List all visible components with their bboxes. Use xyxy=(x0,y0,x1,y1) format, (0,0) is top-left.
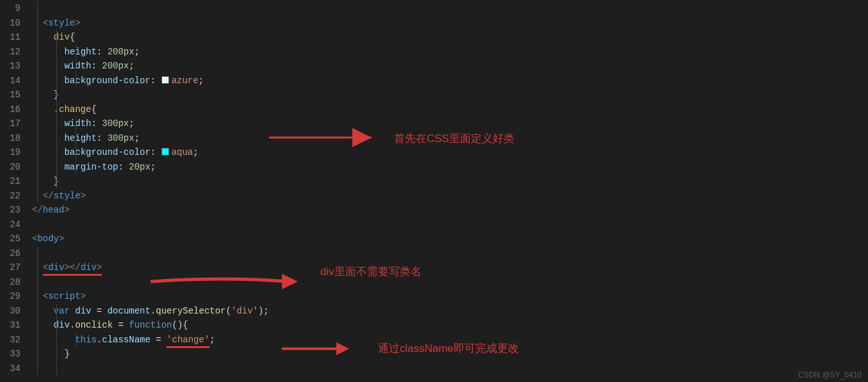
line-number: 19 xyxy=(0,145,20,160)
line-number: 30 xyxy=(0,304,20,319)
code-line: background-color: azure; xyxy=(32,74,868,88)
code-line xyxy=(32,1,868,16)
line-number: 22 xyxy=(0,189,20,203)
code-line: width: 300px; xyxy=(32,116,868,131)
line-number: 18 xyxy=(0,131,20,146)
code-line: background-color: aqua; xyxy=(32,145,868,160)
code-line: .change{ xyxy=(32,102,868,117)
code-line: } xyxy=(32,174,868,189)
color-swatch-aqua[interactable] xyxy=(161,148,169,155)
code-line: div.onclick = function(){ xyxy=(32,318,868,333)
code-line: } xyxy=(32,347,868,362)
line-number: 11 xyxy=(0,30,20,45)
code-line: </head> xyxy=(32,203,868,218)
code-editor: 9101112131415161718192021222324252627282… xyxy=(0,0,868,382)
line-number: 20 xyxy=(0,160,20,175)
line-number: 32 xyxy=(0,333,20,347)
code-line: <div></div> xyxy=(32,260,868,275)
line-number: 23 xyxy=(0,203,20,218)
watermark: CSDN @SY_0410 xyxy=(798,370,862,379)
line-number: 24 xyxy=(0,218,20,232)
line-number: 26 xyxy=(0,246,20,261)
line-number: 9 xyxy=(0,1,20,16)
line-number: 15 xyxy=(0,88,20,102)
color-swatch-azure[interactable] xyxy=(161,76,169,84)
code-line xyxy=(32,218,868,232)
line-number: 34 xyxy=(0,362,20,376)
code-line: width: 200px; xyxy=(32,59,868,74)
code-line xyxy=(32,275,868,290)
line-number: 25 xyxy=(0,232,20,246)
line-number: 10 xyxy=(0,16,20,31)
line-number: 14 xyxy=(0,74,20,88)
line-number: 29 xyxy=(0,289,20,304)
line-number: 33 xyxy=(0,347,20,362)
line-number: 27 xyxy=(0,260,20,275)
line-number: 12 xyxy=(0,45,20,60)
code-line xyxy=(32,246,868,261)
line-number: 31 xyxy=(0,318,20,333)
code-line: var div = document.querySelector('div'); xyxy=(32,304,868,319)
code-line: height: 200px; xyxy=(32,45,868,60)
line-number: 28 xyxy=(0,275,20,290)
code-area[interactable]: <style> div{ height: 200px; width: 200px… xyxy=(32,0,868,382)
code-line: <body> xyxy=(32,232,868,246)
code-line: <style> xyxy=(32,16,868,31)
line-number-gutter: 9101112131415161718192021222324252627282… xyxy=(0,0,32,382)
code-line: margin-top: 20px; xyxy=(32,160,868,175)
line-number: 16 xyxy=(0,102,20,117)
code-line: height: 300px; xyxy=(32,131,868,146)
line-number: 21 xyxy=(0,174,20,189)
line-number: 17 xyxy=(0,116,20,131)
code-line: <script> xyxy=(32,289,868,304)
line-number: 13 xyxy=(0,59,20,74)
code-line: this.className = 'change'; xyxy=(32,333,868,347)
code-line: </style> xyxy=(32,189,868,203)
code-line: div{ xyxy=(32,30,868,45)
code-line: } xyxy=(32,88,868,102)
code-line xyxy=(32,362,868,376)
